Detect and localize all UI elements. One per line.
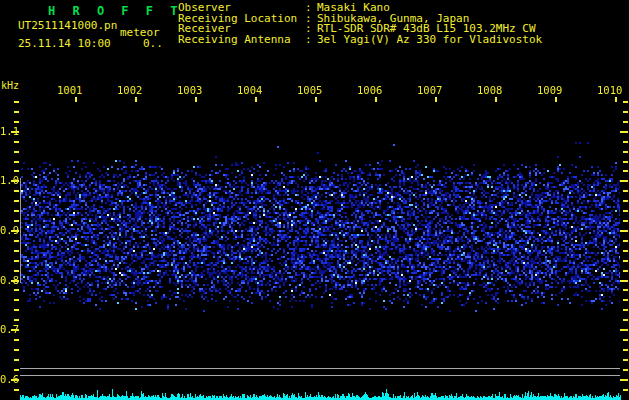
y-axis-frequency-label: 0.9 xyxy=(0,224,17,236)
y-axis-tick-right xyxy=(623,309,628,311)
y-axis-tick-left xyxy=(14,319,19,321)
y-axis-tick-right xyxy=(620,280,628,282)
y-axis-tick-right xyxy=(623,170,628,172)
y-axis-tick-left xyxy=(14,349,19,351)
y-axis-tick-right xyxy=(623,299,628,301)
y-axis-tick-right xyxy=(620,131,628,133)
y-axis-tick-left xyxy=(14,309,19,311)
y-axis-unit-label: kHz xyxy=(1,80,19,91)
metadata-block: Observer:Masaki KanoReceiving Location:S… xyxy=(178,3,542,45)
y-axis-frequency-label: 0.6 xyxy=(0,373,17,385)
y-axis-tick-right xyxy=(623,210,628,212)
y-axis-tick-left xyxy=(14,369,19,371)
app-title: H R O F F T xyxy=(48,4,182,18)
x-axis-time-label: 1007 xyxy=(417,84,442,96)
y-axis-tick-right xyxy=(623,369,628,371)
y-axis-tick-left xyxy=(14,339,19,341)
level-reference-line-upper xyxy=(20,368,620,369)
metadata-label: Receiving Antenna xyxy=(178,35,305,46)
x-axis-tick xyxy=(615,97,617,102)
y-axis-tick-left xyxy=(14,270,19,272)
y-axis-tick-right xyxy=(623,359,628,361)
y-axis-tick-right xyxy=(620,329,628,331)
y-axis-tick-right xyxy=(623,339,628,341)
y-axis-tick-right xyxy=(623,111,628,113)
y-axis-tick-left xyxy=(14,210,19,212)
level-reference-line-lower xyxy=(20,375,620,376)
x-axis-time-label: 1006 xyxy=(357,84,382,96)
echo-counter: 0.. xyxy=(143,37,163,50)
y-axis-tick-left xyxy=(14,220,19,222)
y-axis-tick-right xyxy=(620,379,628,381)
x-axis-tick xyxy=(75,97,77,102)
x-axis-tick xyxy=(435,97,437,102)
x-axis-tick xyxy=(315,97,317,102)
y-axis-tick-right xyxy=(623,319,628,321)
y-axis-tick-right xyxy=(623,250,628,252)
y-axis-tick-right xyxy=(623,151,628,153)
x-axis-time-label: 1004 xyxy=(237,84,262,96)
metadata-row: Receiving Antenna:3el Yagi(V) Az 330 for… xyxy=(178,35,542,46)
observation-datetime: 25.11.14 10:00 xyxy=(18,37,111,50)
y-axis-tick-right xyxy=(623,141,628,143)
y-axis-tick-right xyxy=(623,260,628,262)
y-axis-tick-right xyxy=(623,270,628,272)
y-axis-tick-right xyxy=(623,101,628,103)
y-axis-frequency-label: 0.8 xyxy=(0,274,17,286)
output-filename: UT2511141000.pn xyxy=(18,19,117,32)
x-axis-tick xyxy=(555,97,557,102)
level-meter-canvas xyxy=(20,383,621,400)
y-axis-tick-right xyxy=(623,161,628,163)
spectrogram-canvas xyxy=(21,140,620,312)
y-axis-tick-left xyxy=(14,121,19,123)
x-axis-tick xyxy=(195,97,197,102)
y-axis-tick-left xyxy=(14,260,19,262)
y-axis-tick-left xyxy=(14,101,19,103)
y-axis-tick-left xyxy=(14,161,19,163)
y-axis-frequency-label: 0.7 xyxy=(0,323,17,335)
x-axis-time-label: 1002 xyxy=(117,84,142,96)
hrofft-screen: H R O F F T UT2511141000.pn meteor 25.11… xyxy=(0,0,629,400)
y-axis-tick-left xyxy=(14,170,19,172)
y-axis-tick-right xyxy=(623,220,628,222)
y-axis-frequency-label: 1.0 xyxy=(0,174,17,186)
y-axis-tick-right xyxy=(623,389,628,391)
metadata-value: 3el Yagi(V) Az 330 for Vladivostok xyxy=(317,35,542,46)
x-axis-time-label: 1010 xyxy=(597,84,622,96)
x-axis-time-label: 1001 xyxy=(57,84,82,96)
y-axis-tick-right xyxy=(623,289,628,291)
y-axis-tick-left xyxy=(14,240,19,242)
y-axis-tick-left xyxy=(14,289,19,291)
x-axis-tick xyxy=(375,97,377,102)
y-axis-tick-right xyxy=(620,230,628,232)
x-axis-tick xyxy=(495,97,497,102)
x-axis-time-label: 1008 xyxy=(477,84,502,96)
count-band-marker xyxy=(20,178,21,283)
y-axis-tick-left xyxy=(14,389,19,391)
y-axis-tick-right xyxy=(623,200,628,202)
y-axis-tick-left xyxy=(14,299,19,301)
y-axis-tick-left xyxy=(14,141,19,143)
y-axis-tick-left xyxy=(14,151,19,153)
y-axis-tick-left xyxy=(14,200,19,202)
y-axis-tick-left xyxy=(14,250,19,252)
metadata-separator: : xyxy=(305,35,317,46)
y-axis-tick-right xyxy=(623,190,628,192)
y-axis-tick-right xyxy=(620,180,628,182)
y-axis-tick-right xyxy=(623,121,628,123)
y-axis-tick-right xyxy=(623,349,628,351)
y-axis-frequency-label: 1.1 xyxy=(0,125,17,137)
x-axis-tick xyxy=(255,97,257,102)
y-axis-tick-right xyxy=(623,240,628,242)
y-axis-tick-left xyxy=(14,111,19,113)
x-axis-time-label: 1005 xyxy=(297,84,322,96)
y-axis-tick-left xyxy=(14,190,19,192)
x-axis-time-label: 1009 xyxy=(537,84,562,96)
y-axis-tick-left xyxy=(14,359,19,361)
x-axis-tick xyxy=(135,97,137,102)
x-axis-time-label: 1003 xyxy=(177,84,202,96)
